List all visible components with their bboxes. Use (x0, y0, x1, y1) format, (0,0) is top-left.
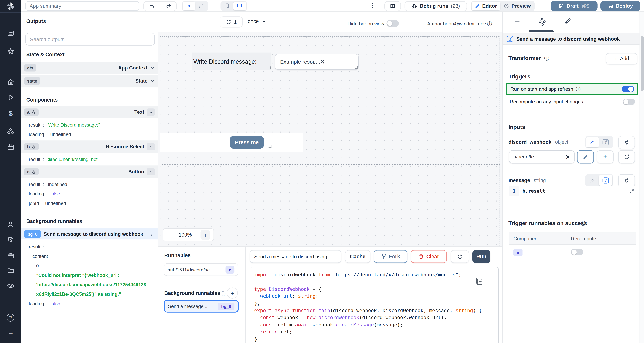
bg-runnables-info-icon[interactable]: ⓘ (220, 290, 226, 298)
schedules-calendar-icon[interactable] (7, 144, 14, 151)
mobile-view-button[interactable] (222, 2, 233, 10)
clear-value-icon[interactable]: ✕ (566, 154, 570, 160)
home-icon[interactable] (7, 78, 14, 86)
component-c-row[interactable]: c Button (21, 166, 158, 178)
tab-editor[interactable]: Editor (472, 2, 500, 10)
star-icon[interactable] (7, 48, 14, 55)
edit-pencil-icon[interactable] (151, 232, 155, 236)
zoom-in-button[interactable]: + (200, 230, 210, 240)
draft-button[interactable]: Draft ⌘S (551, 1, 598, 11)
resize-handle[interactable] (355, 66, 358, 68)
scrollbar-thumb[interactable] (641, 36, 644, 91)
press-me-button[interactable]: Press me (230, 136, 264, 148)
add-background-runnable-button[interactable]: + (227, 288, 238, 298)
bg0-row[interactable]: bg_0 Send a message to discord using web… (21, 228, 158, 240)
collapse-a-button[interactable] (147, 108, 155, 116)
component-a-row[interactable]: a Text (21, 106, 158, 119)
kv-value[interactable]: false (50, 301, 60, 306)
bg0-error-line[interactable]: 'https://discord.com/api/webhooks/117254… (36, 282, 146, 287)
runnable-item[interactable]: hub/1511/discord/se... c (164, 263, 238, 276)
bg0-error-line[interactable]: x6dRlyll2z1Be-3QC5m25'}" as string." (36, 292, 121, 296)
zoom-out-button[interactable]: − (166, 231, 170, 238)
search-outputs-input[interactable] (26, 33, 155, 46)
insert-component-tab-plus-icon[interactable] (514, 18, 520, 25)
runs-play-icon[interactable] (7, 94, 14, 101)
code-line[interactable]: export async function main(discord_webho… (254, 307, 489, 314)
windmill-logo-icon[interactable] (6, 2, 15, 11)
add-resource-button[interactable]: + (597, 150, 614, 164)
bg-runnable-item-selected[interactable]: Send a message... bg_0 (164, 300, 238, 312)
message-expression-editor[interactable]: 1 b.result (509, 186, 636, 196)
row-recompute-toggle[interactable] (571, 249, 583, 256)
static-mode-button[interactable] (586, 137, 599, 148)
kv-value[interactable]: undefined (46, 182, 67, 187)
code-line[interactable]: type DiscordWebhook = { (254, 286, 489, 293)
add-transformer-button[interactable]: +Add (606, 53, 638, 64)
resize-handle[interactable] (269, 145, 272, 148)
run-on-start-info-icon[interactable]: ⓘ (576, 86, 581, 92)
expand-layout-button[interactable] (195, 2, 208, 10)
ctx-row[interactable]: ctx App Context (21, 62, 158, 74)
code-line[interactable] (254, 278, 489, 286)
clear-select-icon[interactable]: ✕ (320, 59, 325, 65)
transformer-info-icon[interactable]: ⓘ (544, 55, 549, 62)
code-line[interactable]: import discordwebhook from "https://deno… (254, 272, 489, 278)
chevron-down-icon[interactable] (150, 78, 155, 83)
kv-value[interactable]: "$res:u/henri/testing_bot" (46, 157, 99, 162)
resource-select-component[interactable]: Example resou... ✕ (275, 54, 358, 70)
code-line[interactable]: webhook_url: string; (254, 293, 489, 300)
kv-value[interactable]: undefined (50, 132, 71, 136)
settings-gear-icon[interactable]: ⚙ (6, 236, 14, 243)
state-row[interactable]: state State (21, 75, 158, 87)
collapse-c-button[interactable] (147, 168, 155, 176)
code-line[interactable]: } (254, 336, 489, 343)
component-settings-tab-icon[interactable] (538, 18, 546, 26)
eval-mode-button[interactable]: f (599, 175, 612, 186)
desktop-view-button[interactable] (233, 2, 246, 10)
center-layout-button[interactable] (183, 2, 195, 10)
connect-plug-button[interactable] (618, 136, 635, 149)
undo-button[interactable] (144, 1, 160, 11)
resources-modules-icon[interactable] (7, 128, 14, 135)
variables-dollar-icon[interactable]: $ (7, 110, 14, 118)
clear-button[interactable]: Clear (411, 250, 447, 263)
edit-resource-button[interactable] (577, 150, 594, 164)
debug-runs-button[interactable]: Debug runs (23) (404, 1, 467, 11)
refresh-resource-button[interactable] (618, 150, 635, 164)
code-line[interactable]: }; (254, 300, 489, 307)
discord-webhook-value-select[interactable]: u/henri/te... ✕ (509, 150, 575, 164)
eval-mode-button[interactable]: f (599, 137, 612, 148)
fork-button[interactable]: Fork (374, 250, 408, 263)
collapse-arrow-icon[interactable]: → (7, 329, 14, 336)
docs-button[interactable] (384, 1, 401, 11)
code-content[interactable]: import discordwebhook from "https://deno… (254, 272, 489, 343)
run-button[interactable]: Run (472, 250, 490, 263)
component-c-chip[interactable]: c (514, 249, 522, 256)
folders-icon[interactable] (7, 267, 14, 274)
chevron-down-icon[interactable] (150, 65, 155, 70)
kv-value[interactable]: undefined (45, 201, 66, 206)
trigger-success-info-icon[interactable]: ⓘ (581, 220, 586, 227)
eye-icon[interactable] (7, 282, 14, 290)
run-on-start-toggle[interactable] (622, 86, 634, 92)
text-component[interactable]: Write Discord message: (192, 52, 272, 70)
code-editor[interactable]: import discordwebhook from "https://deno… (250, 267, 499, 343)
hide-bar-toggle[interactable] (386, 20, 399, 27)
recompute-toggle[interactable] (623, 98, 635, 105)
user-icon[interactable] (7, 220, 14, 228)
expand-editor-icon[interactable] (629, 188, 634, 194)
code-line[interactable]: const ret = await webhook.createMessage(… (254, 322, 489, 329)
app-canvas[interactable]: Write Discord message: Example resou... … (158, 32, 502, 246)
workspace-briefcase-icon[interactable] (7, 252, 14, 259)
cache-button[interactable]: Cache (345, 250, 370, 263)
refresh-mode-select[interactable]: once (248, 18, 266, 24)
collapse-b-button[interactable] (147, 143, 155, 150)
code-line[interactable]: return ret; (254, 329, 489, 336)
connect-plug-button[interactable] (618, 174, 635, 187)
deploy-button[interactable]: Deploy (600, 1, 640, 11)
refresh-count-box[interactable]: 1 (220, 16, 243, 28)
code-line[interactable]: const webhook = new discordwebhook(disco… (254, 314, 489, 322)
right-scrollbar[interactable] (640, 12, 644, 343)
refresh-code-button[interactable] (450, 250, 469, 263)
kv-value[interactable]: false (50, 191, 60, 196)
